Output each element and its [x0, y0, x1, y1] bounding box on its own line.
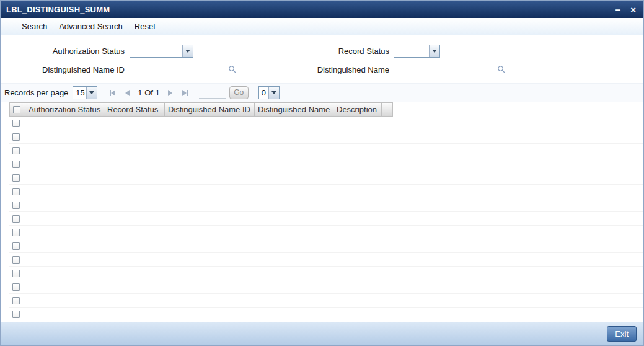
- table-row[interactable]: [9, 267, 643, 280]
- record-status-value: [394, 45, 429, 57]
- column-header-record-status[interactable]: Record Status: [104, 102, 165, 117]
- table-row[interactable]: [9, 226, 643, 239]
- table-row[interactable]: [9, 157, 643, 171]
- row-checkbox-cell: [9, 215, 25, 223]
- row-checkbox[interactable]: [12, 147, 20, 154]
- row-checkbox[interactable]: [12, 297, 20, 304]
- table-row[interactable]: [9, 117, 643, 130]
- row-checkbox-cell: [9, 297, 25, 304]
- grid-body: [9, 117, 643, 321]
- footer-bar: Exit: [1, 322, 643, 345]
- row-checkbox[interactable]: [12, 120, 20, 127]
- table-row[interactable]: [9, 130, 643, 144]
- menu-item-reset[interactable]: Reset: [135, 22, 156, 31]
- row-checkbox-cell: [9, 174, 25, 182]
- chevron-down-icon[interactable]: [182, 45, 193, 57]
- row-checkbox[interactable]: [12, 188, 20, 195]
- row-checkbox-cell: [9, 188, 25, 195]
- table-row[interactable]: [9, 253, 643, 267]
- table-row[interactable]: [9, 308, 643, 321]
- row-checkbox[interactable]: [12, 283, 20, 291]
- records-per-page-value: 15: [73, 87, 86, 99]
- row-checkbox-cell: [9, 311, 25, 318]
- row-checkbox-cell: [9, 120, 25, 127]
- table-row[interactable]: [9, 212, 643, 226]
- distinguished-name-id-label: Distinguished Name ID: [1, 65, 125, 74]
- chevron-down-icon[interactable]: [268, 87, 279, 99]
- distinguished-name-input[interactable]: [394, 63, 493, 74]
- titlebar: LBL_DISTINGUISH_SUMM − ×: [1, 1, 643, 18]
- filter-row-2: Distinguished Name ID Distinguished Name: [1, 61, 643, 80]
- table-row[interactable]: [9, 280, 643, 294]
- summary-window: LBL_DISTINGUISH_SUMM − × Search Advanced…: [0, 0, 644, 346]
- previous-page-icon[interactable]: [125, 90, 130, 96]
- table-row[interactable]: [9, 185, 643, 198]
- row-checkbox-cell: [9, 202, 25, 209]
- row-checkbox[interactable]: [12, 215, 20, 223]
- row-checkbox[interactable]: [12, 229, 20, 236]
- filter-row-1: Authorization Status Record Status: [1, 43, 643, 61]
- row-checkbox[interactable]: [12, 161, 20, 168]
- column-header-filler: [382, 102, 393, 117]
- menu-item-advanced-search[interactable]: Advanced Search: [59, 22, 123, 31]
- table-row[interactable]: [9, 144, 643, 157]
- select-all-cell: [9, 102, 25, 117]
- minimize-icon[interactable]: −: [615, 5, 620, 14]
- column-header-authorization-status[interactable]: Authorization Status: [25, 102, 104, 117]
- last-page-icon[interactable]: [182, 90, 188, 96]
- authorization-status-select[interactable]: [130, 45, 193, 58]
- row-checkbox-cell: [9, 133, 25, 141]
- row-checkbox-cell: [9, 256, 25, 264]
- row-checkbox-cell: [9, 147, 25, 154]
- row-checkbox[interactable]: [12, 133, 20, 141]
- row-checkbox-cell: [9, 161, 25, 168]
- distinguished-name-label: Distinguished Name: [199, 65, 389, 74]
- authorization-status-value: [130, 45, 182, 57]
- window-title: LBL_DISTINGUISH_SUMM: [6, 5, 615, 14]
- select-all-checkbox[interactable]: [13, 106, 20, 113]
- row-checkbox[interactable]: [12, 174, 20, 182]
- column-header-description[interactable]: Description: [333, 102, 382, 117]
- grid-header-row: Authorization StatusRecord StatusDisting…: [9, 102, 643, 117]
- distinguished-name-search-icon[interactable]: [497, 65, 505, 73]
- chevron-down-icon[interactable]: [86, 87, 97, 99]
- authorization-status-label: Authorization Status: [1, 47, 125, 56]
- table-row[interactable]: [9, 198, 643, 212]
- table-row[interactable]: [9, 171, 643, 185]
- table-row[interactable]: [9, 239, 643, 253]
- row-checkbox[interactable]: [12, 202, 20, 209]
- window-controls: − ×: [615, 5, 636, 14]
- next-page-icon[interactable]: [168, 90, 172, 96]
- go-button[interactable]: Go: [229, 86, 249, 99]
- lock-columns-select[interactable]: 0: [258, 86, 280, 99]
- row-checkbox[interactable]: [12, 256, 20, 264]
- filter-area: Authorization Status Record Status Disti…: [1, 35, 643, 84]
- record-status-label: Record Status: [199, 47, 389, 56]
- lock-columns-value: 0: [259, 87, 268, 99]
- chevron-down-icon[interactable]: [429, 45, 439, 57]
- results-grid: Authorization StatusRecord StatusDisting…: [9, 102, 643, 321]
- row-checkbox-cell: [9, 270, 25, 277]
- exit-button[interactable]: Exit: [607, 326, 637, 342]
- row-checkbox[interactable]: [12, 242, 20, 250]
- page-number-input[interactable]: [199, 87, 226, 99]
- menubar: Search Advanced Search Reset: [1, 18, 643, 35]
- column-header-distinguished-name[interactable]: Distinguished Name: [255, 102, 333, 117]
- row-checkbox-cell: [9, 242, 25, 250]
- records-per-page-label: Records per page: [4, 88, 68, 97]
- first-page-icon[interactable]: [110, 90, 115, 96]
- pagination-bar: Records per page 15 1 Of 1 Go 0: [1, 84, 643, 102]
- menu-item-search[interactable]: Search: [22, 22, 47, 31]
- column-header-distinguished-name-id[interactable]: Distinguished Name ID: [165, 102, 255, 117]
- row-checkbox-cell: [9, 229, 25, 236]
- page-indicator: 1 Of 1: [138, 88, 159, 97]
- row-checkbox[interactable]: [12, 270, 20, 277]
- close-icon[interactable]: ×: [630, 5, 636, 14]
- records-per-page-select[interactable]: 15: [73, 86, 97, 99]
- row-checkbox[interactable]: [12, 311, 20, 318]
- table-row[interactable]: [9, 294, 643, 308]
- row-checkbox-cell: [9, 283, 25, 291]
- record-status-select[interactable]: [394, 45, 440, 58]
